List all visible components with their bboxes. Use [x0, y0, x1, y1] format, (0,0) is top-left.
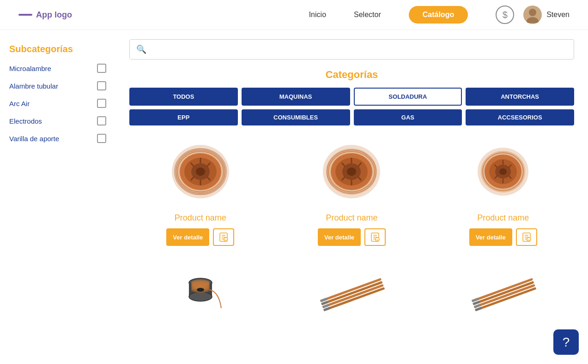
product-image-2	[281, 135, 423, 209]
sidebar-checkbox-microalambre[interactable]	[97, 64, 106, 73]
categories-grid: TODOS MAQUINAS SOLDADURA ANTORCHAS EPP C…	[129, 88, 574, 125]
cat-epp[interactable]: EPP	[129, 109, 238, 125]
sidebar-label-electrodos: Electrodos	[9, 117, 42, 125]
sidebar-checkbox-alambre-tubular[interactable]	[97, 81, 106, 90]
product-card-5	[281, 255, 423, 339]
sidebar-label-varilla-aporte: Varilla de aporte	[9, 135, 59, 143]
product-card-2: Product name Ver detalle $	[281, 135, 423, 246]
sidebar-label-arc-air: Arc Air	[9, 100, 30, 107]
search-bar: 🔍	[129, 39, 574, 60]
nav-catalogo[interactable]: Catálogo	[409, 6, 468, 24]
product-name-2: Product name	[326, 213, 377, 223]
cat-maquinas[interactable]: MAQUINAS	[242, 88, 350, 106]
ver-detalle-btn-1[interactable]: Ver detalle	[166, 228, 209, 246]
product-image-4	[129, 255, 272, 329]
cat-soldadura[interactable]: SOLDADURA	[354, 88, 462, 106]
sidebar: Subcategorías Microalambre Alambre tubul…	[0, 30, 115, 364]
main-nav: Inicio Selector Catálogo	[309, 6, 468, 24]
product-image-3	[432, 135, 574, 209]
app-logo[interactable]: App logo	[18, 10, 72, 20]
main-layout: Subcategorías Microalambre Alambre tubul…	[0, 30, 588, 364]
svg-point-64	[189, 292, 212, 301]
svg-point-0	[529, 9, 536, 16]
categories-title: Categorías	[129, 69, 574, 81]
cat-todos[interactable]: TODOS	[129, 88, 238, 106]
product-card-3: Product name Ver detalle $	[432, 135, 574, 246]
svg-point-1	[527, 17, 539, 23]
svg-point-28	[347, 167, 356, 176]
search-button[interactable]: 🔍	[130, 40, 153, 59]
products-grid: Product name Ver detalle $	[129, 135, 574, 339]
product-name-3: Product name	[477, 213, 529, 223]
cat-accsesorios[interactable]: ACCSESORIOS	[466, 109, 574, 125]
sidebar-checkbox-arc-air[interactable]	[97, 99, 106, 108]
header: App logo Inicio Selector Catálogo $ Stev…	[0, 0, 588, 30]
product-actions-2: Ver detalle $	[318, 228, 386, 246]
product-card-1: Product name Ver detalle $	[129, 135, 272, 246]
product-card-4	[129, 255, 272, 339]
avatar	[523, 6, 542, 24]
ver-detalle-btn-3[interactable]: Ver detalle	[469, 228, 512, 246]
logo-text: App logo	[36, 10, 72, 20]
product-actions-1: Ver detalle $	[166, 228, 234, 246]
product-card-6	[432, 255, 574, 339]
dollar-symbol: $	[503, 10, 508, 20]
sidebar-item-alambre-tubular: Alambre tubular	[9, 81, 106, 90]
user-name: Steven	[546, 11, 570, 19]
sidebar-item-electrodos: Electrodos	[9, 116, 106, 125]
sidebar-title: Subcategorías	[9, 44, 106, 54]
search-input[interactable]	[153, 41, 574, 58]
ver-detalle-btn-2[interactable]: Ver detalle	[318, 228, 361, 246]
sidebar-item-microalambre: Microalambre	[9, 64, 106, 73]
svg-point-48	[499, 168, 507, 175]
main-content: 🔍 Categorías TODOS MAQUINAS SOLDADURA AN…	[115, 30, 588, 364]
header-right: $ Steven	[496, 6, 570, 24]
sidebar-item-arc-air: Arc Air	[9, 99, 106, 108]
svg-point-7	[196, 167, 205, 176]
help-icon: ?	[563, 335, 570, 350]
product-image-6	[432, 255, 574, 329]
nav-selector[interactable]: Selector	[354, 11, 381, 19]
sidebar-label-microalambre: Microalambre	[9, 65, 51, 72]
sidebar-checkbox-electrodos[interactable]	[97, 116, 106, 125]
categories-section: Categorías TODOS MAQUINAS SOLDADURA ANTO…	[129, 69, 574, 125]
product-actions-3: Ver detalle $	[469, 228, 537, 246]
cat-consumibles[interactable]: CONSUMIBLES	[242, 109, 350, 125]
user-area[interactable]: Steven	[523, 6, 570, 24]
quote-btn-1[interactable]: $	[213, 228, 234, 246]
quote-btn-3[interactable]: $	[516, 228, 537, 246]
cat-gas[interactable]: GAS	[354, 109, 462, 125]
product-image-1	[129, 135, 272, 209]
sidebar-item-varilla-aporte: Varilla de aporte	[9, 134, 106, 143]
nav-inicio[interactable]: Inicio	[309, 11, 326, 19]
dollar-icon[interactable]: $	[496, 6, 514, 24]
quote-btn-2[interactable]: $	[364, 228, 386, 246]
help-button[interactable]: ?	[553, 329, 579, 355]
logo-bar	[18, 14, 32, 16]
product-name-1: Product name	[175, 213, 226, 223]
sidebar-checkbox-varilla-aporte[interactable]	[97, 134, 106, 143]
cat-antorchas[interactable]: ANTORCHAS	[466, 88, 574, 106]
svg-point-71	[197, 288, 204, 292]
product-image-5	[281, 255, 423, 329]
sidebar-label-alambre-tubular: Alambre tubular	[9, 82, 58, 90]
